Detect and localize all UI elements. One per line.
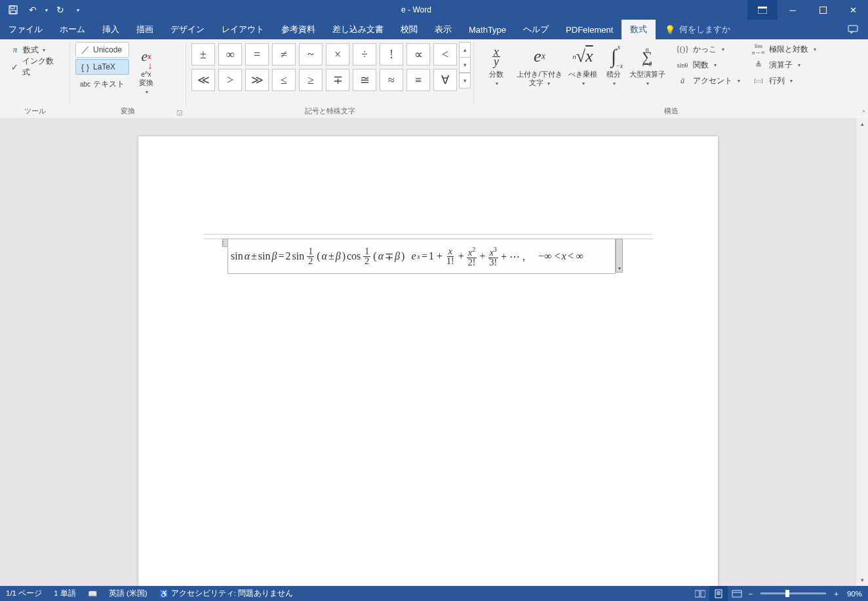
symbol-gallery-expand[interactable]: ▾ (459, 73, 471, 88)
function-button[interactable]: sinθ関数▾ (673, 58, 743, 72)
svg-rect-5 (819, 7, 826, 13)
matrix-button[interactable]: [:::]行列▾ (749, 73, 819, 88)
tab-pdfelement[interactable]: PDFelement (557, 20, 621, 39)
operator-button[interactable]: ≜演算子▾ (749, 58, 819, 72)
spellcheck-status[interactable]: 📖 (82, 589, 103, 598)
fraction-button[interactable]: xy分数▾ (479, 42, 513, 88)
symbol-row-2: ≪>≫≤≥∓≅≈≡∀ (191, 69, 457, 91)
undo-button[interactable]: ↶ (24, 1, 42, 19)
symbol-![interactable]: ! (380, 43, 403, 66)
symbol-×[interactable]: × (326, 43, 349, 66)
web-layout-button[interactable] (728, 586, 746, 601)
accent-button[interactable]: äアクセント▾ (673, 73, 743, 88)
zoom-level[interactable]: 90% (841, 590, 868, 598)
braces-icon: { } (80, 62, 90, 72)
equation-options-handle[interactable]: ▾ (616, 239, 623, 273)
equation-editor[interactable]: sin α ± sin β = 2 sin 12 (α ± β) cos 12 … (227, 239, 616, 274)
symbol-≈[interactable]: ≈ (380, 69, 403, 91)
symbol-scroll-up[interactable]: ▴ (459, 42, 471, 57)
zoom-slider[interactable] (760, 592, 826, 594)
symbol-≠[interactable]: ≠ (272, 43, 296, 66)
radical-button[interactable]: n√xべき乗根▾ (566, 42, 600, 88)
scroll-up-button[interactable]: ▴ (856, 118, 868, 130)
integral-button[interactable]: ∫x−x積分▾ (600, 42, 627, 88)
symbol-∝[interactable]: ∝ (406, 43, 430, 66)
latex-button[interactable]: { }LaTeX (75, 59, 129, 75)
document-area[interactable]: ⋮⋮ sin α ± sin β = 2 sin 12 (α ± β) cos … (0, 118, 856, 586)
symbol-row-1: ±∞=≠~×÷!∝< (191, 43, 457, 66)
tab-draw[interactable]: 描画 (128, 20, 162, 39)
redo-button[interactable]: ↻ (51, 1, 69, 19)
group-symbols: ±∞=≠~×÷!∝< ≪>≫≤≥∓≅≈≡∀ ▴ ▾ ▾ 記号と特殊文字 (186, 39, 473, 118)
accessibility-status[interactable]: ♿アクセシビリティ: 問題ありません (153, 589, 299, 598)
symbol-≫[interactable]: ≫ (245, 69, 269, 91)
tab-file[interactable]: ファイル (0, 20, 51, 39)
collapse-ribbon-button[interactable]: ˄ (862, 109, 865, 117)
page[interactable]: ⋮⋮ sin α ± sin β = 2 sin 12 (α ± β) cos … (138, 136, 718, 586)
large-operator-button[interactable]: n∑i=0大型演算子▾ (627, 42, 667, 88)
tab-mailings[interactable]: 差し込み文書 (324, 20, 392, 39)
symbol->[interactable]: > (218, 69, 242, 91)
abc-icon: abc (80, 81, 90, 88)
slash-icon: ／ (80, 44, 90, 56)
scroll-down-button[interactable]: ▾ (856, 574, 868, 586)
limit-icon: limn→∞ (752, 43, 765, 56)
symbol-≤[interactable]: ≤ (272, 69, 296, 91)
minimize-button[interactable]: ─ (778, 0, 808, 20)
pi-icon: π (10, 45, 20, 55)
comments-button[interactable] (838, 20, 868, 39)
sigma-icon: n∑i=0 (642, 43, 652, 69)
undo-dropdown[interactable]: ▾ (43, 1, 50, 19)
page-count[interactable]: 1/1 ページ (0, 589, 48, 598)
symbol-≅[interactable]: ≅ (353, 69, 376, 91)
tab-mathtype[interactable]: MathType (460, 20, 515, 39)
svg-rect-2 (10, 10, 16, 14)
equation-content[interactable]: sin α ± sin β = 2 sin 12 (α ± β) cos 12 … (228, 245, 586, 267)
language-status[interactable]: 英語 (米国) (103, 589, 153, 598)
vertical-scrollbar[interactable]: ▴ ▾ (856, 118, 868, 586)
save-button[interactable] (4, 1, 22, 19)
symbol-±[interactable]: ± (191, 43, 215, 66)
symbol-∞[interactable]: ∞ (218, 43, 242, 66)
tab-design[interactable]: デザイン (162, 20, 213, 39)
maximize-button[interactable] (808, 0, 838, 20)
symbol-≡[interactable]: ≡ (406, 69, 430, 91)
print-layout-button[interactable] (709, 586, 728, 601)
script-button[interactable]: ex上付き/下付き 文字 ▾ (513, 42, 566, 88)
convert-button[interactable]: ex↓ e^x 変換▾ (133, 42, 159, 96)
limit-button[interactable]: limn→∞極限と対数▾ (749, 42, 819, 56)
symbol-∓[interactable]: ∓ (326, 69, 349, 91)
ribbon-display-options[interactable] (747, 0, 778, 20)
function-icon: sinθ (676, 62, 689, 69)
symbol-÷[interactable]: ÷ (353, 43, 376, 66)
tab-review[interactable]: 校閲 (392, 20, 426, 39)
symbol-<[interactable]: < (433, 43, 457, 66)
tell-me-search[interactable]: 💡 何をしますか (656, 20, 740, 39)
symbol-~[interactable]: ~ (299, 43, 323, 66)
symbol-≪[interactable]: ≪ (191, 69, 215, 91)
accessibility-icon: ♿ (159, 589, 168, 598)
conversion-dialog-launcher[interactable]: ◲ (175, 108, 184, 117)
text-button[interactable]: abcテキスト (75, 76, 129, 92)
zoom-out-button[interactable]: − (746, 590, 756, 598)
word-count[interactable]: 1 単語 (48, 589, 82, 598)
symbol-∀[interactable]: ∀ (433, 69, 457, 91)
zoom-in-button[interactable]: + (831, 590, 841, 598)
tab-insert[interactable]: 挿入 (94, 20, 128, 39)
close-button[interactable]: ✕ (838, 0, 868, 20)
symbol-scroll-down[interactable]: ▾ (459, 57, 471, 73)
symbol-=[interactable]: = (245, 43, 269, 66)
tab-references[interactable]: 参考資料 (273, 20, 324, 39)
tab-help[interactable]: ヘルプ (515, 20, 557, 39)
tab-home[interactable]: ホーム (51, 20, 94, 39)
tab-view[interactable]: 表示 (426, 20, 460, 39)
tab-layout[interactable]: レイアウト (213, 20, 273, 39)
ink-equation-button[interactable]: ✓インク数式 (5, 59, 64, 75)
read-mode-button[interactable] (691, 586, 709, 601)
qat-customize[interactable]: ▾ (75, 1, 81, 19)
unicode-button[interactable]: ／Unicode (75, 42, 129, 58)
tab-equation[interactable]: 数式 (621, 20, 656, 39)
symbol-≥[interactable]: ≥ (299, 69, 323, 91)
bracket-button[interactable]: {()}かっこ▾ (673, 42, 743, 56)
group-structures: xy分数▾ ex上付き/下付き 文字 ▾ n√xべき乗根▾ ∫x−x積分▾ n∑… (474, 39, 868, 118)
